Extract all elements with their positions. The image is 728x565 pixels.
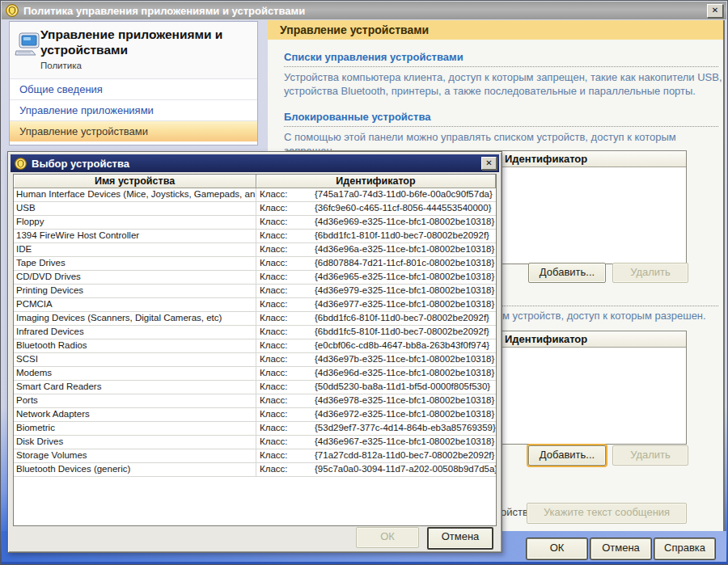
table-row[interactable]: Imaging Devices (Scanners, Digital Camer… (14, 312, 496, 326)
table-row[interactable]: Printing DevicesКласс:{4d36e979-e325-11c… (14, 285, 496, 298)
device-name-cell: CD/DVD Drives (14, 271, 256, 284)
sidebar-item-applications[interactable]: Управление приложениями (10, 99, 257, 120)
device-id-cell: Класс:{95c7a0a0-3094-11d7-a202-00508b9d7… (256, 463, 496, 476)
device-name-cell: Floppy (14, 216, 256, 229)
table-row[interactable]: Bluetooth Devices (generic)Класс:{95c7a0… (14, 463, 496, 477)
class-label: Класс: (256, 230, 315, 242)
dotted-divider (284, 125, 718, 127)
class-label: Класс: (256, 381, 315, 394)
section-text-lists: Устройства компьютера клиента, доступ к … (284, 70, 727, 98)
sidebar: Управление приложениями и устройствами П… (9, 21, 258, 145)
table-row[interactable]: USBКласс:{36fc9e60-c465-11cf-8056-444553… (14, 202, 496, 216)
table-row[interactable]: Smart Card ReadersКласс:{50dd5230-ba8a-1… (14, 381, 496, 394)
class-label: Класс: (256, 463, 315, 476)
class-label: Класс: (256, 257, 315, 270)
blocked-remove-button[interactable]: Удалить (612, 263, 688, 283)
table-row[interactable]: BiometricКласс:{53d29ef7-377c-4d14-864b-… (14, 422, 496, 436)
dialog-title: Выбор устройства (32, 158, 129, 170)
message-label-fragment: ойств (501, 506, 528, 518)
device-name-cell: SCSI (14, 353, 256, 366)
dotted-divider (284, 65, 718, 67)
device-guid: {e0cbf06c-cd8b-4647-bb8a-263b43f0f974} (315, 339, 489, 352)
device-name-cell: Modems (14, 367, 256, 380)
device-id-cell: Класс:{e0cbf06c-cd8b-4647-bb8a-263b43f0f… (256, 339, 496, 352)
table-row[interactable]: Human Interface Devices (Mice, Joysticks… (14, 188, 496, 202)
table-row[interactable]: CD/DVD DrivesКласс:{4d36e965-e325-11ce-b… (14, 271, 496, 285)
sidebar-header: Управление приложениями и устройствами П… (10, 22, 257, 78)
device-guid: {4d36e972-e325-11ce-bfc1-08002be10318} (315, 408, 494, 421)
message-text-button[interactable]: Укажите текст сообщения (527, 503, 687, 524)
class-label: Класс: (256, 326, 315, 339)
device-id-cell: Класс:{4d36e979-e325-11ce-bfc1-08002be10… (256, 285, 496, 297)
table-row[interactable]: SCSIКласс:{4d36e97b-e325-11ce-bfc1-08002… (14, 353, 496, 367)
table-row[interactable]: 1394 FireWire Host ControllerКласс:{6bdd… (14, 230, 496, 243)
computer-icon (14, 32, 40, 57)
device-id-cell: Класс:{4d36e972-e325-11ce-bfc1-08002be10… (256, 408, 496, 421)
blocked-id-column-label: Идентификатор (505, 153, 587, 165)
class-label: Класс: (256, 298, 315, 311)
device-id-cell: Класс:{4d36e97b-e325-11ce-bfc1-08002be10… (256, 353, 496, 366)
column-header-id[interactable]: Идентификатор (256, 175, 496, 188)
dialog-ok-button[interactable]: ОК (356, 527, 419, 548)
blocked-add-button[interactable]: Добавить... (528, 263, 606, 283)
device-table[interactable]: Имя устройства Идентификатор Human Inter… (13, 174, 497, 526)
table-row[interactable]: FloppyКласс:{4d36e969-e325-11ce-bfc1-080… (14, 216, 496, 230)
dialog-cancel-button[interactable]: Отмена (427, 527, 493, 550)
window-close-icon[interactable]: ✕ (707, 4, 723, 18)
table-row[interactable]: Infrared DevicesКласс:{6bdd1fc5-810f-11d… (14, 326, 496, 339)
device-id-cell: Класс:{6bdd1fc6-810f-11d0-bec7-08002be20… (256, 312, 496, 325)
table-row[interactable]: PCMCIAКласс:{4d36e977-e325-11ce-bfc1-080… (14, 298, 496, 312)
footer-ok-button[interactable]: ОК (527, 538, 587, 559)
allowed-remove-button[interactable]: Удалить (612, 445, 688, 466)
class-label: Класс: (256, 243, 315, 256)
device-id-cell: Класс:{6bdd1fc5-810f-11d0-bec7-08002be20… (256, 326, 496, 339)
class-label: Класс: (256, 202, 315, 215)
device-id-cell: Класс:{4d36e967-e325-11ce-bfc1-08002be10… (256, 436, 496, 449)
device-guid: {6d807884-7d21-11cf-801c-08002be10318} (315, 257, 494, 270)
column-header-name[interactable]: Имя устройства (14, 175, 256, 188)
device-guid: {4d36e969-e325-11ce-bfc1-08002be10318} (315, 216, 494, 229)
device-name-cell: Imaging Devices (Scanners, Digital Camer… (14, 312, 256, 325)
table-row[interactable]: Storage VolumesКласс:{71a27cdd-812a-11d0… (14, 449, 496, 463)
device-guid: {4d36e967-e325-11ce-bfc1-08002be10318} (315, 436, 494, 449)
table-row[interactable]: PortsКласс:{4d36e978-e325-11ce-bfc1-0800… (14, 394, 496, 408)
device-name-cell: Biometric (14, 422, 256, 435)
policy-window: Политика управления приложениями и устро… (0, 0, 728, 565)
class-label: Класс: (256, 394, 315, 407)
device-guid: {745a17a0-74d3-11d0-b6fe-00a0c90f57da} (315, 188, 493, 201)
table-row[interactable]: ModemsКласс:{4d36e96d-e325-11ce-bfc1-080… (14, 367, 496, 381)
class-label: Класс: (256, 422, 315, 435)
device-guid: {50dd5230-ba8a-11d1-bf5d-0000f805f530} (315, 381, 490, 394)
table-row[interactable]: Bluetooth RadiosКласс:{e0cbf06c-cd8b-464… (14, 339, 496, 353)
device-name-cell: Smart Card Readers (14, 381, 256, 394)
class-label: Класс: (256, 339, 315, 352)
sidebar-item-general[interactable]: Общие сведения (10, 78, 257, 99)
table-row[interactable]: Network AdaptersКласс:{4d36e972-e325-11c… (14, 408, 496, 422)
device-name-cell: Tape Drives (14, 257, 256, 270)
table-row[interactable]: IDEКласс:{4d36e96a-e325-11ce-bfc1-08002b… (14, 243, 496, 257)
dialog-close-icon[interactable]: ✕ (481, 157, 497, 170)
panel-header: Управление устройствами (268, 20, 723, 40)
class-label: Класс: (256, 188, 315, 201)
device-selection-dialog: Выбор устройства ✕ Имя устройства Иденти… (7, 151, 502, 553)
shield-icon (15, 158, 27, 170)
device-guid: {4d36e979-e325-11ce-bfc1-08002be10318} (315, 285, 494, 297)
device-guid: {53d29ef7-377c-4d14-864b-eb3a85769359} (315, 422, 496, 435)
device-guid: {71a27cdd-812a-11d0-bec7-08002be2092f} (315, 449, 494, 462)
device-name-cell: Ports (14, 394, 256, 407)
device-id-cell: Класс:{53d29ef7-377c-4d14-864b-eb3a85769… (256, 422, 496, 435)
allowed-note-fragment: м устройств, доступ к которым разрешен. (502, 310, 706, 322)
allowed-add-button[interactable]: Добавить... (528, 445, 606, 466)
sidebar-item-devices[interactable]: Управление устройствами (10, 120, 257, 141)
device-id-cell: Класс:{4d36e969-e325-11ce-bfc1-08002be10… (256, 216, 496, 229)
table-row[interactable]: Disk DrivesКласс:{4d36e967-e325-11ce-bfc… (14, 436, 496, 449)
device-name-cell: 1394 FireWire Host Controller (14, 230, 256, 242)
table-row[interactable]: Tape DrivesКласс:{6d807884-7d21-11cf-801… (14, 257, 496, 271)
device-id-cell: Класс:{6bdd1fc1-810f-11d0-bec7-08002be20… (256, 230, 496, 242)
footer-cancel-button[interactable]: Отмена (590, 538, 651, 559)
section-title-lists: Списки управления устройствами (284, 51, 463, 63)
class-label: Класс: (256, 312, 315, 325)
footer-help-button[interactable]: Справка (654, 538, 715, 559)
allowed-id-column-label: Идентификатор (505, 333, 587, 345)
device-id-cell: Класс:{36fc9e60-c465-11cf-8056-444553540… (256, 202, 496, 215)
